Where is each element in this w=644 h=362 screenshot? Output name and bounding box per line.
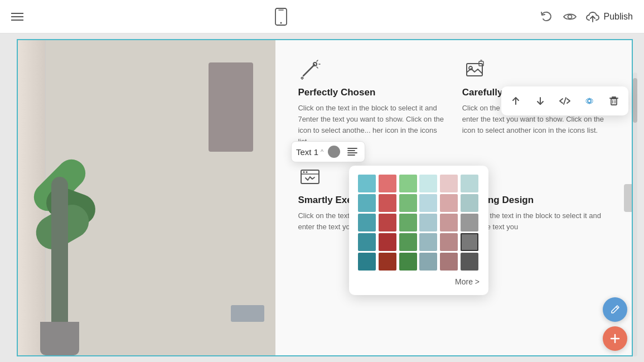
svg-line-27	[564, 98, 566, 104]
color-swatch-18[interactable]	[358, 233, 376, 251]
sidebar-collapse-handle[interactable]	[624, 184, 633, 212]
browser-icon	[298, 165, 322, 189]
preview-button[interactable]	[563, 9, 577, 24]
move-up-icon	[510, 95, 521, 107]
svg-point-1	[280, 22, 282, 23]
svg-point-3	[568, 15, 572, 18]
align-icon	[347, 148, 357, 156]
feature-item-perfectly-chosen: Perfectly Chosen Click on the text in th…	[298, 57, 445, 148]
toolbar-left	[11, 13, 23, 21]
gallery-icon	[462, 57, 487, 81]
folded-item	[231, 305, 264, 322]
room-image	[18, 40, 275, 355]
wand-icon	[298, 57, 322, 81]
svg-point-16	[303, 171, 305, 173]
room-clothing	[209, 62, 253, 152]
cloud-upload-icon	[586, 10, 599, 23]
color-swatch-15[interactable]	[419, 214, 437, 231]
color-swatch-1[interactable]	[379, 175, 396, 192]
add-fab-icon	[609, 333, 621, 344]
room-scene	[18, 40, 275, 355]
canvas-area: Perfectly Chosen Click on the text in th…	[0, 33, 644, 362]
top-toolbar: Publish	[0, 0, 644, 33]
color-swatch-14[interactable]	[399, 214, 417, 231]
feature-title-0: Perfectly Chosen	[298, 87, 445, 98]
toolbar-center	[273, 8, 289, 26]
scrollbar-thumb	[633, 78, 637, 123]
color-swatch-29[interactable]	[461, 253, 478, 271]
move-down-button[interactable]	[528, 89, 553, 113]
color-swatch-8[interactable]	[399, 194, 417, 212]
element-toolbar	[501, 86, 628, 115]
edit-fab-icon	[609, 304, 621, 315]
color-swatch-12[interactable]	[358, 214, 376, 231]
color-swatch-23[interactable]	[461, 233, 478, 251]
svg-line-7	[317, 60, 318, 61]
svg-rect-29	[611, 99, 617, 105]
hamburger-icon	[11, 13, 23, 21]
text-color-button[interactable]	[328, 146, 340, 158]
delete-button[interactable]	[602, 89, 626, 113]
color-swatch-4[interactable]	[440, 175, 458, 192]
color-swatch-0[interactable]	[358, 175, 376, 192]
publish-label: Publish	[604, 12, 633, 22]
edit-fab-button[interactable]	[603, 297, 627, 322]
svg-point-6	[313, 62, 317, 66]
color-swatch-16[interactable]	[440, 214, 458, 231]
eye-icon	[563, 9, 577, 24]
plant-pot	[40, 322, 79, 355]
color-swatch-24[interactable]	[358, 253, 376, 271]
color-swatch-13[interactable]	[379, 214, 396, 231]
text-block-name: Text 1	[296, 147, 318, 157]
color-swatch-7[interactable]	[379, 194, 396, 212]
color-swatch-9[interactable]	[419, 194, 437, 212]
color-swatch-10[interactable]	[440, 194, 458, 212]
color-swatch-20[interactable]	[399, 233, 417, 251]
color-swatch-6[interactable]	[358, 194, 376, 212]
color-swatch-2[interactable]	[399, 175, 417, 192]
mobile-icon	[273, 8, 289, 26]
text-align-button[interactable]	[345, 144, 360, 160]
color-picker-popup: More >	[349, 166, 488, 295]
color-swatch-3[interactable]	[419, 175, 437, 192]
color-swatch-17[interactable]	[461, 214, 478, 231]
more-colors-button[interactable]: More >	[358, 277, 480, 286]
publish-button[interactable]: Publish	[586, 10, 633, 23]
color-swatch-27[interactable]	[419, 253, 437, 271]
text-block-toolbar: Text 1 ^	[291, 141, 365, 162]
mobile-view-button[interactable]	[273, 8, 289, 26]
color-swatch-22[interactable]	[440, 233, 458, 251]
settings-button[interactable]	[577, 89, 602, 113]
color-swatch-28[interactable]	[440, 253, 458, 271]
code-button[interactable]	[553, 89, 577, 113]
trash-icon	[608, 95, 619, 107]
move-down-icon	[535, 95, 546, 107]
svg-point-28	[588, 99, 591, 103]
menu-button[interactable]	[11, 13, 23, 21]
settings-icon	[584, 95, 595, 107]
svg-line-36	[616, 307, 618, 308]
color-swatch-21[interactable]	[419, 233, 437, 251]
color-swatch-5[interactable]	[461, 175, 478, 192]
color-swatch-11[interactable]	[461, 194, 478, 212]
color-swatch-19[interactable]	[379, 233, 396, 251]
svg-point-17	[306, 171, 308, 173]
undo-button[interactable]	[539, 9, 554, 24]
add-fab-button[interactable]	[603, 326, 627, 351]
scrollbar[interactable]	[633, 73, 637, 356]
svg-line-5	[303, 65, 314, 76]
code-icon	[559, 95, 570, 107]
toolbar-right: Publish	[539, 9, 633, 24]
color-swatches	[358, 175, 480, 271]
text-block-caret: ^	[321, 148, 323, 155]
undo-icon	[539, 9, 554, 24]
move-up-button[interactable]	[503, 89, 528, 113]
svg-line-9	[317, 67, 318, 68]
text-block-label: Text 1 ^	[296, 147, 323, 157]
color-swatch-25[interactable]	[379, 253, 396, 271]
fab-container	[603, 297, 627, 351]
color-swatch-26[interactable]	[399, 253, 417, 271]
